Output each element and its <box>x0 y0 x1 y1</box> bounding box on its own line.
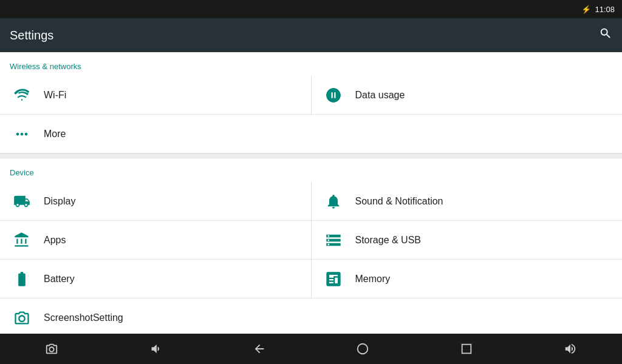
device-row-2: Apps Storage & USB <box>0 221 622 260</box>
device-row-3: Battery Memory <box>0 260 622 298</box>
sound-icon <box>321 193 346 210</box>
sound-col: Sound & Notification <box>312 182 623 221</box>
status-time: 11:08 <box>595 5 615 14</box>
memory-icon <box>321 271 346 288</box>
screenshot-icon <box>10 309 34 326</box>
wireless-section-header: Wireless & networks <box>0 52 622 76</box>
battery-row[interactable]: Battery <box>0 260 311 298</box>
toolbar-title: Settings <box>10 29 53 42</box>
apps-row[interactable]: Apps <box>0 221 311 260</box>
wireless-section: Wireless & networks Wi-Fi <box>0 52 622 153</box>
storage-row[interactable]: Storage & USB <box>312 221 623 260</box>
battery-label: Battery <box>44 274 75 285</box>
status-bar: ⚡ 11:08 <box>0 0 622 18</box>
display-label: Display <box>44 196 75 207</box>
memory-row[interactable]: Memory <box>312 260 623 298</box>
battery-col: Battery <box>0 260 312 298</box>
svg-rect-1 <box>462 345 471 354</box>
wifi-label: Wi-Fi <box>44 90 66 101</box>
sound-row[interactable]: Sound & Notification <box>312 182 623 221</box>
settings-content: Wireless & networks Wi-Fi <box>0 52 622 334</box>
svg-point-0 <box>358 344 368 354</box>
device-section-header: Device <box>0 158 622 182</box>
display-row[interactable]: Display <box>0 182 311 221</box>
wireless-top-row: Wi-Fi Data usage <box>0 76 622 115</box>
battery-icon: ⚡ <box>581 5 591 14</box>
nav-recents-icon[interactable] <box>454 337 479 361</box>
data-usage-label: Data usage <box>355 90 405 101</box>
nav-home-icon[interactable] <box>350 337 375 361</box>
section-divider <box>0 153 622 158</box>
nav-camera-icon[interactable] <box>39 337 64 361</box>
more-icon <box>10 126 34 143</box>
apps-label: Apps <box>44 235 66 246</box>
display-col: Display <box>0 182 312 221</box>
wifi-icon <box>10 87 34 104</box>
data-usage-icon <box>321 87 346 104</box>
storage-label: Storage & USB <box>355 235 422 246</box>
storage-col: Storage & USB <box>312 221 623 260</box>
data-usage-col: Data usage <box>312 76 623 115</box>
wifi-col: Wi-Fi <box>0 76 312 115</box>
wifi-row[interactable]: Wi-Fi <box>0 76 311 115</box>
apps-icon <box>10 232 34 249</box>
nav-volume-up-icon[interactable] <box>558 337 583 361</box>
memory-label: Memory <box>355 274 391 285</box>
data-usage-row[interactable]: Data usage <box>312 76 623 115</box>
more-label: More <box>44 129 66 140</box>
apps-col: Apps <box>0 221 312 260</box>
display-icon <box>10 193 34 210</box>
nav-back-icon[interactable] <box>247 337 272 361</box>
nav-volume-down-icon[interactable] <box>143 337 168 361</box>
screenshot-label: ScreenshotSetting <box>44 312 123 323</box>
memory-col: Memory <box>312 260 623 298</box>
device-section: Device Display <box>0 158 622 334</box>
sound-label: Sound & Notification <box>355 196 443 207</box>
bottom-nav <box>0 334 622 364</box>
battery-icon <box>10 271 34 288</box>
toolbar: Settings <box>0 18 622 52</box>
search-button[interactable] <box>599 27 612 44</box>
device-row-1: Display Sound & Notification <box>0 182 622 221</box>
more-row[interactable]: More <box>0 115 622 153</box>
storage-icon <box>321 232 346 249</box>
screenshot-row[interactable]: ScreenshotSetting <box>0 298 622 334</box>
